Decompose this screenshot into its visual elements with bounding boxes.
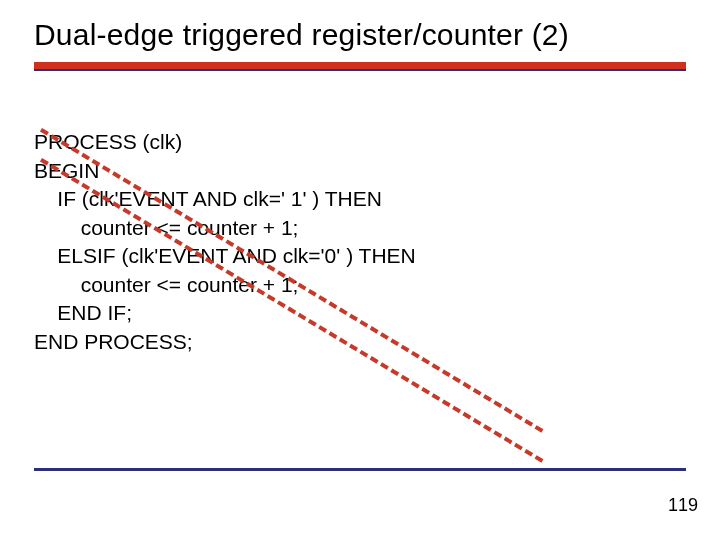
slide-title: Dual-edge triggered register/counter (2) — [34, 18, 569, 52]
code-line: IF (clk'EVENT AND clk=' 1' ) THEN — [34, 187, 382, 210]
code-line: ELSIF (clk'EVENT AND clk='0' ) THEN — [34, 244, 416, 267]
code-line: END IF; — [34, 301, 132, 324]
footer-divider — [34, 468, 686, 471]
title-underline — [34, 62, 686, 71]
code-line: END PROCESS; — [34, 330, 193, 353]
slide: Dual-edge triggered register/counter (2)… — [0, 0, 720, 540]
page-number: 119 — [668, 495, 698, 516]
